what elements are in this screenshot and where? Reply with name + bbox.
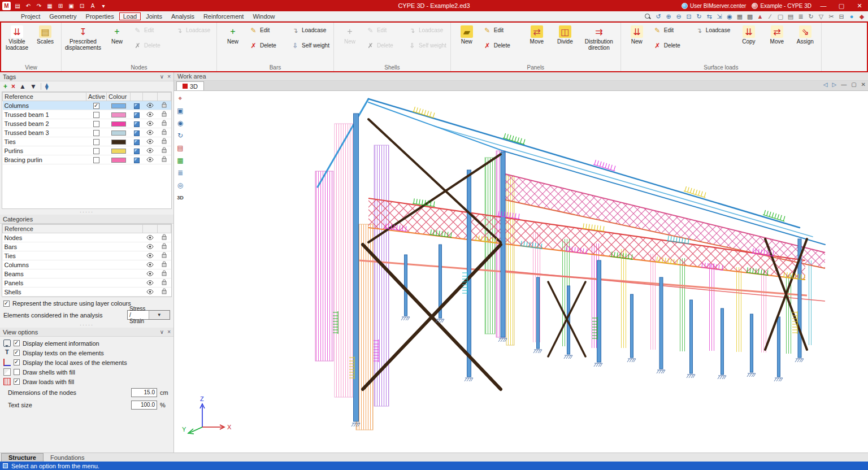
visibility-icon[interactable]	[146, 138, 154, 145]
tab-foundations[interactable]: Foundations	[44, 453, 92, 462]
tab-3d[interactable]: 3D	[176, 81, 204, 90]
tag-active-checkbox[interactable]	[93, 103, 99, 109]
delete-button[interactable]: ✗Delete	[364, 39, 405, 53]
tag-colour-swatch[interactable]	[111, 140, 126, 145]
lock-icon[interactable]	[162, 243, 167, 250]
solid-view-icon[interactable]	[134, 140, 140, 145]
bimserver-user-chip[interactable]: User BIMserver.center	[682, 3, 746, 9]
sheet-icon[interactable]: ▣	[67, 2, 75, 10]
pan-icon[interactable]: ⇆	[705, 12, 713, 20]
visibility-icon[interactable]	[146, 156, 154, 163]
undo-icon[interactable]: ↶	[24, 2, 32, 10]
loadcase-button[interactable]: ↴Loadcase	[406, 24, 448, 37]
save-icon[interactable]: ▤	[14, 2, 21, 10]
capture-icon[interactable]: ⊡	[78, 2, 86, 10]
lock-icon[interactable]	[162, 120, 167, 127]
display-texts-on-the-elements-checkbox[interactable]	[14, 350, 20, 356]
maximize-button[interactable]: ▢	[835, 2, 848, 10]
loadcase-button[interactable]: ↴Loadcase	[693, 24, 734, 37]
search-icon[interactable]	[644, 13, 652, 20]
tags-close-icon[interactable]: ×	[167, 73, 171, 80]
solid-view-icon[interactable]	[134, 158, 140, 163]
texture-icon[interactable]: ▩	[746, 12, 754, 20]
visibility-icon[interactable]	[146, 262, 154, 268]
materials-icon[interactable]: ◆	[858, 12, 866, 20]
solid-view-icon[interactable]	[134, 149, 140, 154]
assign-button[interactable]: ⇘Assign	[792, 24, 819, 47]
lock-icon[interactable]	[162, 234, 167, 241]
delete-button[interactable]: ✗Delete	[248, 39, 288, 53]
new-button[interactable]: ⇊New	[623, 24, 650, 47]
render-icon[interactable]: ▲	[756, 12, 764, 20]
elements-analysis-select[interactable]: Stress / Strain ▼	[127, 310, 170, 320]
edit-button[interactable]: ✎Edit	[652, 24, 692, 37]
zoom-window-icon[interactable]: ⊡	[685, 12, 693, 20]
lock-icon[interactable]	[162, 147, 167, 154]
edit-button[interactable]: ✎Edit	[248, 24, 288, 37]
new-button[interactable]: ▰New	[453, 24, 480, 47]
distribution-direction-button[interactable]: ⇉Distribution direction	[580, 24, 618, 53]
delete-button[interactable]: ✗Delete	[481, 39, 522, 53]
lock-icon[interactable]	[162, 289, 167, 295]
sections-icon[interactable]: ≣	[797, 12, 805, 20]
measure-icon[interactable]: ∕	[766, 12, 774, 20]
visibility-icon[interactable]	[146, 102, 154, 109]
divide-button[interactable]: ◫Divide	[552, 24, 579, 47]
axis-tool-icon[interactable]: ⌖	[175, 93, 185, 103]
resources-icon[interactable]: ▦	[46, 2, 54, 10]
tag-colour-swatch[interactable]	[111, 149, 126, 154]
delete-button[interactable]: ✗Delete	[652, 39, 692, 53]
layer-colours-checkbox[interactable]	[3, 301, 10, 307]
minimize-button[interactable]: —	[817, 2, 830, 9]
visibility-icon[interactable]	[146, 147, 154, 154]
tag-active-checkbox[interactable]	[93, 112, 99, 118]
redraw-icon[interactable]: ↻	[695, 12, 703, 20]
menu-item-reinforcement[interactable]: Reinforcement	[199, 12, 248, 20]
fullscreen-icon[interactable]: ⇲	[715, 12, 723, 20]
tag-active-checkbox[interactable]	[93, 121, 99, 127]
previous-view-icon[interactable]: ◉	[726, 12, 734, 20]
menu-item-project[interactable]: Project	[17, 12, 44, 20]
loadcase-button[interactable]: ↴Loadcase	[173, 24, 214, 37]
copy-layers-icon[interactable]: ⧫	[45, 83, 49, 90]
zoom-out-icon[interactable]: ⊖	[675, 12, 683, 20]
menu-item-analysis[interactable]: Analysis	[167, 12, 198, 20]
tag-colour-swatch[interactable]	[111, 103, 126, 108]
view-options-close-icon[interactable]: ×	[167, 329, 171, 335]
menu-item-load[interactable]: Load	[119, 12, 141, 20]
lock-icon[interactable]	[162, 253, 167, 259]
menu-item-geometry[interactable]: Geometry	[45, 12, 80, 20]
redo-icon[interactable]: ↷	[35, 2, 43, 10]
visibility-icon[interactable]	[146, 234, 154, 241]
viewport-next-button[interactable]: ▷	[832, 81, 836, 88]
project-chip[interactable]: Example - CYPE 3D	[752, 3, 811, 9]
menu-item-joints[interactable]: Joints	[142, 12, 166, 20]
lock-icon[interactable]	[162, 129, 167, 136]
tab-structure[interactable]: Structure	[1, 453, 44, 462]
text-size-input[interactable]: 100.0	[131, 401, 157, 410]
lock-icon[interactable]	[162, 156, 167, 163]
copy-button[interactable]: ⇊Copy	[735, 24, 762, 47]
view-3d-icon[interactable]: 3D	[175, 193, 185, 203]
layers-tool-icon[interactable]: ≣	[175, 168, 185, 178]
filter-icon[interactable]: ▽	[817, 12, 825, 20]
new-button[interactable]: +New	[219, 24, 246, 47]
move-up-icon[interactable]: ▲	[19, 83, 26, 90]
draw-loads-with-fill-checkbox[interactable]	[14, 378, 20, 385]
draw-shells-with-fill-checkbox[interactable]	[14, 369, 20, 375]
grid-icon[interactable]: ⊞	[57, 2, 64, 10]
viewport-maximize-button[interactable]: ▢	[851, 81, 856, 88]
dropdown-icon[interactable]: ▾	[99, 2, 107, 10]
orbit-tool-icon[interactable]: ↻	[175, 130, 185, 141]
delete-tag-icon[interactable]: ×	[11, 83, 15, 90]
lock-icon[interactable]	[162, 271, 167, 277]
visibility-icon[interactable]	[146, 280, 154, 286]
solid-view-icon[interactable]	[134, 112, 140, 118]
visibility-icon[interactable]	[146, 253, 154, 259]
tag-active-checkbox[interactable]	[93, 157, 99, 163]
menu-item-properties[interactable]: Properties	[82, 12, 118, 20]
visibility-icon[interactable]	[146, 120, 154, 127]
app-logo[interactable]: M	[2, 2, 11, 10]
view-cube-icon[interactable]: ▣	[175, 106, 185, 116]
lock-icon[interactable]	[162, 102, 167, 109]
